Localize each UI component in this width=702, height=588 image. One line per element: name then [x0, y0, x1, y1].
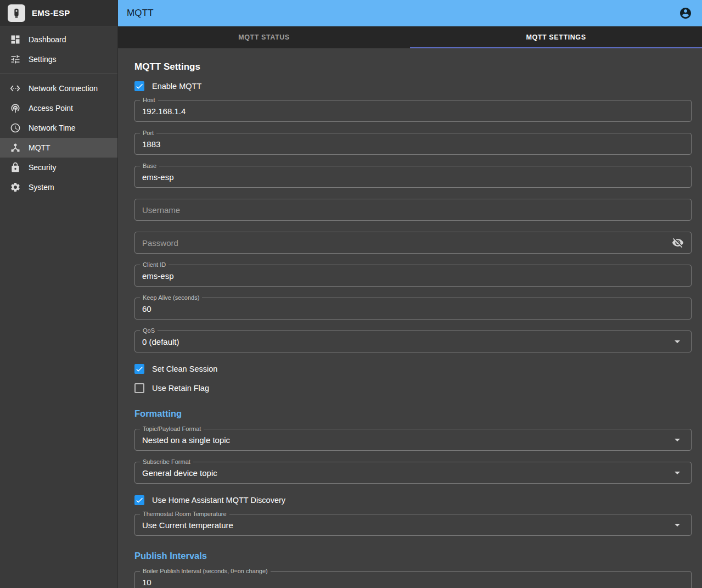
network-connection-icon: [10, 83, 21, 94]
field-label: Host: [140, 97, 158, 104]
checkbox-checked-icon: [134, 81, 144, 91]
publish-intervals-section-heading: Publish Intervals: [134, 551, 692, 561]
main-column: MQTT MQTT STATUS MQTT SETTINGS MQTT Sett…: [118, 0, 702, 588]
thermostat-room-temperature-select[interactable]: Thermostat Room Temperature Use Current …: [134, 514, 692, 536]
tabbar: MQTT STATUS MQTT SETTINGS: [118, 26, 702, 48]
account-button[interactable]: [678, 5, 693, 21]
sidebar: EMS-ESP Dashboard Settings Network: [0, 0, 118, 588]
sidebar-item-access-point[interactable]: Access Point: [0, 98, 117, 118]
account-circle-icon: [679, 7, 692, 20]
sidebar-item-network-time[interactable]: Network Time: [0, 118, 117, 138]
host-field[interactable]: Host 192.168.1.4: [134, 100, 692, 122]
app-root: EMS-ESP Dashboard Settings Network: [0, 0, 702, 588]
sidebar-item-label: System: [29, 183, 54, 192]
form-title: MQTT Settings: [134, 61, 692, 72]
chevron-down-icon: [671, 466, 684, 479]
chevron-down-icon: [671, 518, 684, 531]
boiler-publish-interval-field[interactable]: Boiler Publish Interval (seconds, 0=on c…: [134, 571, 692, 588]
field-value: 1883: [142, 139, 160, 149]
enable-mqtt-checkbox-row[interactable]: Enable MQTT: [134, 81, 692, 92]
sidebar-item-label: MQTT: [29, 143, 50, 152]
ha-discovery-checkbox-row[interactable]: Use Home Assistant MQTT Discovery: [134, 495, 692, 506]
checkbox-label: Use Home Assistant MQTT Discovery: [152, 496, 285, 505]
tab-mqtt-status[interactable]: MQTT STATUS: [118, 26, 410, 48]
retain-flag-checkbox-row[interactable]: Use Retain Flag: [134, 383, 692, 394]
chevron-down-icon: [671, 433, 684, 446]
tab-indicator: [410, 47, 702, 48]
ems-esp-logo: [8, 4, 25, 22]
field-label: Base: [140, 163, 159, 170]
clean-session-checkbox-row[interactable]: Set Clean Session: [134, 363, 692, 374]
lock-icon: [10, 162, 21, 173]
client-id-field[interactable]: Client ID ems-esp: [134, 265, 692, 287]
device-hub-icon: [10, 142, 21, 153]
gear-icon: [10, 182, 21, 193]
clock-icon: [10, 122, 21, 133]
sidebar-item-label: Access Point: [29, 104, 73, 113]
visibility-off-icon: [672, 237, 684, 249]
field-label: Thermostat Room Temperature: [140, 511, 229, 518]
sidebar-item-label: Network Connection: [29, 84, 98, 93]
app-title: EMS-ESP: [32, 8, 70, 18]
mqtt-settings-panel: MQTT Settings Enable MQTT Host 192.168.1…: [118, 48, 702, 588]
field-placeholder: Username: [142, 205, 180, 215]
tab-label: MQTT STATUS: [238, 33, 290, 41]
sidebar-header: EMS-ESP: [0, 0, 117, 26]
sidebar-item-system[interactable]: System: [0, 177, 117, 197]
checkbox-checked-icon: [134, 364, 144, 374]
sidebar-item-label: Dashboard: [29, 35, 66, 44]
port-field[interactable]: Port 1883: [134, 133, 692, 155]
field-label: Topic/Payload Format: [140, 425, 204, 433]
sidebar-item-label: Network Time: [29, 124, 76, 132]
access-point-icon: [10, 103, 21, 114]
field-label: Client ID: [140, 261, 169, 268]
topic-payload-format-select[interactable]: Topic/Payload Format Nested on a single …: [134, 429, 692, 451]
tab-mqtt-settings[interactable]: MQTT SETTINGS: [410, 26, 702, 48]
field-value: ems-esp: [142, 172, 174, 182]
field-value: 0 (default): [142, 337, 179, 346]
sidebar-item-dashboard[interactable]: Dashboard: [0, 30, 117, 49]
base-field[interactable]: Base ems-esp: [134, 166, 692, 188]
tab-label: MQTT SETTINGS: [526, 33, 586, 41]
field-label: QoS: [140, 327, 158, 334]
field-label: Subscribe Format: [140, 458, 193, 466]
field-label: Boiler Publish Interval (seconds, 0=on c…: [140, 568, 271, 575]
field-value: 60: [142, 304, 151, 313]
username-field[interactable]: Username: [134, 199, 692, 221]
field-value: Nested on a single topic: [142, 435, 230, 445]
chevron-down-icon: [671, 335, 684, 348]
toggle-password-visibility-button[interactable]: [672, 237, 684, 249]
checkbox-checked-icon: [134, 495, 144, 505]
checkbox-label: Use Retain Flag: [152, 384, 209, 393]
keep-alive-field[interactable]: Keep Alive (seconds) 60: [134, 298, 692, 320]
tune-icon: [10, 54, 21, 65]
field-value: ems-esp: [142, 271, 174, 281]
checkbox-unchecked-icon: [134, 383, 144, 393]
field-value: 192.168.1.4: [142, 107, 186, 116]
sidebar-item-label: Settings: [29, 55, 57, 64]
sidebar-item-security[interactable]: Security: [0, 158, 117, 177]
qos-select[interactable]: QoS 0 (default): [134, 331, 692, 352]
field-value: General device topic: [142, 468, 217, 478]
sidebar-item-mqtt[interactable]: MQTT: [0, 138, 117, 158]
password-field[interactable]: Password: [134, 232, 692, 254]
page-title: MQTT: [127, 8, 154, 19]
field-label: Keep Alive (seconds): [140, 294, 202, 301]
subscribe-format-select[interactable]: Subscribe Format General device topic: [134, 462, 692, 484]
sidebar-nav: Dashboard Settings Network Connection: [0, 26, 117, 200]
field-placeholder: Password: [142, 238, 178, 248]
formatting-section-heading: Formatting: [134, 408, 692, 419]
dashboard-icon: [10, 34, 21, 45]
checkbox-label: Enable MQTT: [152, 82, 201, 91]
checkbox-label: Set Clean Session: [152, 365, 217, 373]
sidebar-item-settings[interactable]: Settings: [0, 49, 117, 69]
field-value: 10: [142, 578, 151, 587]
field-label: Port: [140, 130, 156, 137]
field-value: Use Current temperature: [142, 520, 233, 530]
sidebar-divider: [0, 74, 117, 74]
sidebar-item-label: Security: [29, 163, 57, 172]
appbar: MQTT: [118, 0, 702, 26]
sidebar-item-network-connection[interactable]: Network Connection: [0, 79, 117, 98]
